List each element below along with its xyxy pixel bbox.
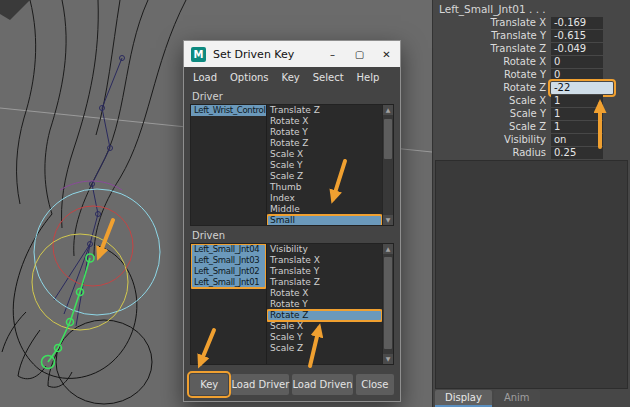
menu-item[interactable]: Options	[230, 72, 269, 83]
channel-attribute-name: Scale Z	[433, 121, 551, 132]
channel-attribute-row: Translate Y -0.615	[433, 29, 630, 42]
driven-attribute-item[interactable]: Rotate Y	[267, 299, 382, 310]
scroll-down-icon[interactable]: ▼	[383, 215, 393, 225]
driver-attribute-list[interactable]: Translate ZRotate XRotate YRotate ZScale…	[267, 105, 382, 225]
scrollbar-thumb[interactable]	[384, 257, 392, 349]
driver-attribute-item[interactable]: Middle	[267, 204, 382, 215]
channel-attribute-name: Scale Y	[433, 108, 551, 119]
driven-attribute-item[interactable]: Translate Y	[267, 266, 382, 277]
scrollbar-thumb[interactable]	[384, 119, 392, 159]
dialog-titlebar[interactable]: M Set Driven Key – ▢ ✕	[184, 41, 400, 67]
channel-box: Left_Small_Jnt01 . . . Translate X -0.16…	[432, 0, 630, 407]
channel-attribute-value[interactable]: -0.169	[551, 17, 603, 29]
channel-attribute-name: Radius	[433, 147, 551, 158]
driver-attribute-item[interactable]: Scale Y	[267, 160, 382, 171]
menu-item[interactable]: Key	[282, 72, 300, 83]
dialog-title: Set Driven Key	[213, 48, 319, 61]
driven-object-item[interactable]: Left_Small_Jnt02	[191, 266, 266, 277]
layer-editor-tab[interactable]: Display	[435, 390, 492, 407]
dialog-button[interactable]: Load Driven	[292, 374, 352, 395]
driver-attribute-scrollbar[interactable]: ▲ ▼	[382, 105, 393, 225]
menu-item[interactable]: Load	[193, 72, 217, 83]
driver-attribute-item[interactable]: Rotate Y	[267, 127, 382, 138]
maya-screen: Left_Small_Jnt01 . . . Translate X -0.16…	[0, 0, 630, 407]
driven-attribute-item[interactable]: Visibility	[267, 244, 382, 255]
driver-section-label: Driver	[184, 87, 400, 104]
driver-attribute-item[interactable]: Thumb	[267, 182, 382, 193]
channel-attribute-value[interactable]: 0	[551, 69, 603, 81]
channel-attribute-row: Visibility on	[433, 133, 630, 146]
channel-attribute-row: Translate X -0.169	[433, 16, 630, 29]
channel-attribute-name: Rotate Z	[433, 82, 551, 93]
channel-attribute-name: Translate Y	[433, 30, 551, 41]
minimize-icon[interactable]: –	[319, 41, 346, 67]
channel-attribute-row: Rotate X 0	[433, 55, 630, 68]
driven-attribute-item[interactable]: Scale Z	[267, 343, 382, 354]
driven-attribute-item[interactable]: Translate Z	[267, 277, 382, 288]
channel-attribute-value[interactable]: 1	[551, 108, 603, 120]
channel-attribute-value[interactable]: -22	[551, 82, 613, 94]
driven-attribute-item[interactable]: Rotate Z	[267, 310, 382, 321]
maya-app-icon: M	[191, 47, 206, 62]
driver-attribute-item[interactable]: Scale X	[267, 149, 382, 160]
scroll-down-icon[interactable]: ▼	[383, 354, 393, 364]
driven-section-label: Driven	[184, 226, 400, 243]
channel-attribute-name: Translate Z	[433, 43, 551, 54]
channel-attribute-name: Rotate X	[433, 56, 551, 67]
driver-attribute-item[interactable]: Translate Z	[267, 105, 382, 116]
channel-attribute-value[interactable]: -0.049	[551, 43, 603, 55]
driver-object-item[interactable]: Left_Wrist_Control	[191, 105, 266, 116]
driven-object-item[interactable]: Left_Small_Jnt01	[191, 277, 266, 288]
channel-attribute-name: Rotate Y	[433, 69, 551, 80]
channel-attribute-row: Scale Z 1	[433, 120, 630, 133]
channel-attribute-value[interactable]: 0.25	[551, 147, 603, 159]
channel-attribute-row: Translate Z -0.049	[433, 42, 630, 55]
channel-attribute-name: Translate X	[433, 17, 551, 28]
driven-lists: Left_Small_Jnt04Left_Small_Jnt03Left_Sma…	[190, 243, 394, 365]
driver-attribute-item[interactable]: Rotate Z	[267, 138, 382, 149]
menu-item[interactable]: Select	[313, 72, 344, 83]
driven-attribute-item[interactable]: Translate X	[267, 255, 382, 266]
close-icon[interactable]: ✕	[373, 41, 400, 67]
dialog-buttons: KeyLoad DriverLoad DrivenClose	[190, 374, 394, 395]
driven-object-item[interactable]: Left_Small_Jnt04	[191, 244, 266, 255]
dialog-button[interactable]: Load Driver	[231, 374, 289, 395]
set-driven-key-dialog: M Set Driven Key – ▢ ✕ LoadOptionsKeySel…	[183, 40, 401, 402]
channel-attribute-row: Radius 0.25	[433, 146, 630, 159]
channel-attribute-value[interactable]: 1	[551, 121, 603, 133]
driver-attribute-item[interactable]: Small	[267, 215, 382, 225]
driven-attribute-item[interactable]: Scale Y	[267, 332, 382, 343]
channel-attribute-row: Rotate Z -22	[433, 81, 630, 94]
window-buttons: – ▢ ✕	[319, 41, 400, 67]
driven-attribute-item[interactable]: Rotate X	[267, 288, 382, 299]
layer-editor-tab[interactable]: Anim	[494, 390, 540, 407]
layer-editor-tabs: DisplayAnim	[435, 390, 540, 407]
driver-lists: Left_Wrist_Control Translate ZRotate XRo…	[190, 104, 394, 226]
driver-object-list[interactable]: Left_Wrist_Control	[191, 105, 267, 225]
scroll-up-icon[interactable]: ▲	[383, 244, 393, 254]
channel-attribute-name: Scale X	[433, 95, 551, 106]
channel-attribute-row: Scale Y 1	[433, 107, 630, 120]
driver-attribute-item[interactable]: Scale Z	[267, 171, 382, 182]
channel-attribute-value[interactable]: 1	[551, 95, 603, 107]
channel-box-title: Left_Small_Jnt01 . . .	[439, 3, 546, 15]
maximize-icon[interactable]: ▢	[346, 41, 373, 67]
driven-object-list[interactable]: Left_Small_Jnt04Left_Small_Jnt03Left_Sma…	[191, 244, 267, 364]
channel-attribute-value[interactable]: -0.615	[551, 30, 603, 42]
channel-attribute-value[interactable]: on	[551, 134, 603, 146]
channel-attribute-value[interactable]: 0	[551, 56, 603, 68]
channel-attribute-name: Visibility	[433, 134, 551, 145]
driver-attribute-item[interactable]: Rotate X	[267, 116, 382, 127]
layer-editor-area	[435, 160, 628, 389]
scroll-up-icon[interactable]: ▲	[383, 105, 393, 115]
channel-attribute-row: Rotate Y 0	[433, 68, 630, 81]
driven-attribute-item[interactable]: Scale X	[267, 321, 382, 332]
menu-item[interactable]: Help	[357, 72, 380, 83]
dialog-button[interactable]: Close	[356, 374, 394, 395]
driven-attribute-scrollbar[interactable]: ▲ ▼	[382, 244, 393, 364]
driver-attribute-item[interactable]: Index	[267, 193, 382, 204]
driven-object-item[interactable]: Left_Small_Jnt03	[191, 255, 266, 266]
channel-box-rows: Translate X -0.169 Translate Y -0.615 Tr…	[433, 16, 630, 159]
dialog-button[interactable]: Key	[190, 374, 228, 395]
driven-attribute-list[interactable]: VisibilityTranslate XTranslate YTranslat…	[267, 244, 382, 364]
